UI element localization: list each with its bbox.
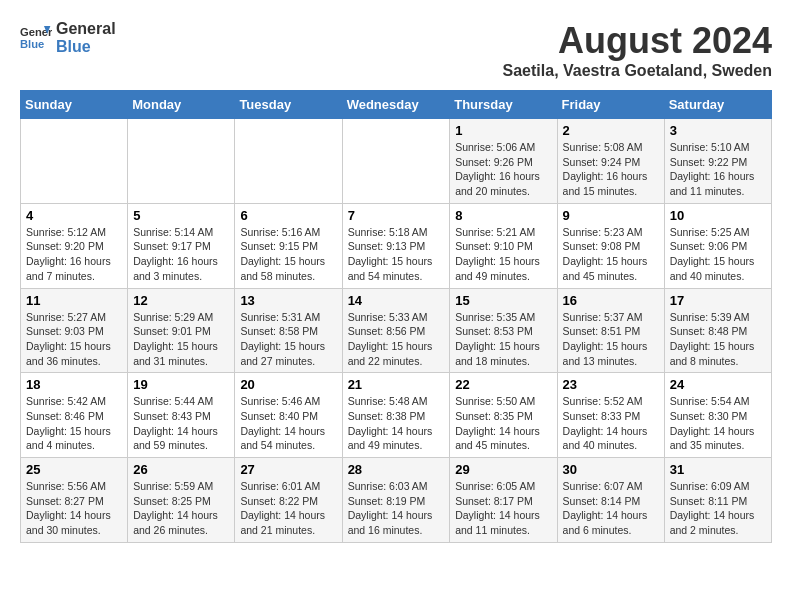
calendar-cell: 14Sunrise: 5:33 AM Sunset: 8:56 PM Dayli… <box>342 288 450 373</box>
day-detail: Sunrise: 5:54 AM Sunset: 8:30 PM Dayligh… <box>670 395 755 451</box>
day-detail: Sunrise: 5:31 AM Sunset: 8:58 PM Dayligh… <box>240 311 325 367</box>
day-detail: Sunrise: 5:21 AM Sunset: 9:10 PM Dayligh… <box>455 226 540 282</box>
calendar-cell: 28Sunrise: 6:03 AM Sunset: 8:19 PM Dayli… <box>342 458 450 543</box>
day-number: 31 <box>670 462 766 477</box>
logo-general: General <box>56 20 116 38</box>
day-detail: Sunrise: 5:33 AM Sunset: 8:56 PM Dayligh… <box>348 311 433 367</box>
day-number: 26 <box>133 462 229 477</box>
day-number: 12 <box>133 293 229 308</box>
day-number: 27 <box>240 462 336 477</box>
header-tuesday: Tuesday <box>235 91 342 119</box>
header-monday: Monday <box>128 91 235 119</box>
header-sunday: Sunday <box>21 91 128 119</box>
calendar-cell: 31Sunrise: 6:09 AM Sunset: 8:11 PM Dayli… <box>664 458 771 543</box>
day-detail: Sunrise: 5:14 AM Sunset: 9:17 PM Dayligh… <box>133 226 218 282</box>
day-detail: Sunrise: 5:52 AM Sunset: 8:33 PM Dayligh… <box>563 395 648 451</box>
day-detail: Sunrise: 5:27 AM Sunset: 9:03 PM Dayligh… <box>26 311 111 367</box>
calendar-cell: 27Sunrise: 6:01 AM Sunset: 8:22 PM Dayli… <box>235 458 342 543</box>
calendar-cell: 26Sunrise: 5:59 AM Sunset: 8:25 PM Dayli… <box>128 458 235 543</box>
calendar-cell <box>342 119 450 204</box>
day-detail: Sunrise: 5:59 AM Sunset: 8:25 PM Dayligh… <box>133 480 218 536</box>
calendar-cell: 9Sunrise: 5:23 AM Sunset: 9:08 PM Daylig… <box>557 203 664 288</box>
calendar-cell: 24Sunrise: 5:54 AM Sunset: 8:30 PM Dayli… <box>664 373 771 458</box>
calendar-week-row: 4Sunrise: 5:12 AM Sunset: 9:20 PM Daylig… <box>21 203 772 288</box>
page-title: August 2024 <box>503 20 772 62</box>
day-detail: Sunrise: 6:07 AM Sunset: 8:14 PM Dayligh… <box>563 480 648 536</box>
day-number: 28 <box>348 462 445 477</box>
calendar-week-row: 1Sunrise: 5:06 AM Sunset: 9:26 PM Daylig… <box>21 119 772 204</box>
header-friday: Friday <box>557 91 664 119</box>
calendar-cell: 21Sunrise: 5:48 AM Sunset: 8:38 PM Dayli… <box>342 373 450 458</box>
day-number: 10 <box>670 208 766 223</box>
calendar-cell: 10Sunrise: 5:25 AM Sunset: 9:06 PM Dayli… <box>664 203 771 288</box>
day-number: 30 <box>563 462 659 477</box>
day-detail: Sunrise: 5:29 AM Sunset: 9:01 PM Dayligh… <box>133 311 218 367</box>
day-number: 21 <box>348 377 445 392</box>
day-detail: Sunrise: 6:09 AM Sunset: 8:11 PM Dayligh… <box>670 480 755 536</box>
header-wednesday: Wednesday <box>342 91 450 119</box>
day-detail: Sunrise: 5:48 AM Sunset: 8:38 PM Dayligh… <box>348 395 433 451</box>
day-detail: Sunrise: 6:05 AM Sunset: 8:17 PM Dayligh… <box>455 480 540 536</box>
calendar-week-row: 11Sunrise: 5:27 AM Sunset: 9:03 PM Dayli… <box>21 288 772 373</box>
svg-text:Blue: Blue <box>20 38 44 50</box>
day-detail: Sunrise: 5:46 AM Sunset: 8:40 PM Dayligh… <box>240 395 325 451</box>
calendar-cell: 18Sunrise: 5:42 AM Sunset: 8:46 PM Dayli… <box>21 373 128 458</box>
logo-icon: General Blue <box>20 22 52 54</box>
calendar-week-row: 18Sunrise: 5:42 AM Sunset: 8:46 PM Dayli… <box>21 373 772 458</box>
calendar-week-row: 25Sunrise: 5:56 AM Sunset: 8:27 PM Dayli… <box>21 458 772 543</box>
day-number: 24 <box>670 377 766 392</box>
calendar-cell: 6Sunrise: 5:16 AM Sunset: 9:15 PM Daylig… <box>235 203 342 288</box>
day-number: 11 <box>26 293 122 308</box>
day-number: 14 <box>348 293 445 308</box>
day-detail: Sunrise: 5:25 AM Sunset: 9:06 PM Dayligh… <box>670 226 755 282</box>
day-number: 18 <box>26 377 122 392</box>
day-detail: Sunrise: 5:16 AM Sunset: 9:15 PM Dayligh… <box>240 226 325 282</box>
header-saturday: Saturday <box>664 91 771 119</box>
calendar-cell: 23Sunrise: 5:52 AM Sunset: 8:33 PM Dayli… <box>557 373 664 458</box>
calendar-cell <box>21 119 128 204</box>
calendar-cell: 12Sunrise: 5:29 AM Sunset: 9:01 PM Dayli… <box>128 288 235 373</box>
day-number: 9 <box>563 208 659 223</box>
day-number: 2 <box>563 123 659 138</box>
calendar-cell: 2Sunrise: 5:08 AM Sunset: 9:24 PM Daylig… <box>557 119 664 204</box>
day-number: 13 <box>240 293 336 308</box>
day-number: 15 <box>455 293 551 308</box>
calendar-cell: 17Sunrise: 5:39 AM Sunset: 8:48 PM Dayli… <box>664 288 771 373</box>
day-detail: Sunrise: 6:01 AM Sunset: 8:22 PM Dayligh… <box>240 480 325 536</box>
day-detail: Sunrise: 5:39 AM Sunset: 8:48 PM Dayligh… <box>670 311 755 367</box>
calendar-cell: 3Sunrise: 5:10 AM Sunset: 9:22 PM Daylig… <box>664 119 771 204</box>
day-number: 8 <box>455 208 551 223</box>
calendar-cell: 7Sunrise: 5:18 AM Sunset: 9:13 PM Daylig… <box>342 203 450 288</box>
title-block: August 2024 Saetila, Vaestra Goetaland, … <box>503 20 772 80</box>
calendar-cell: 5Sunrise: 5:14 AM Sunset: 9:17 PM Daylig… <box>128 203 235 288</box>
day-detail: Sunrise: 5:42 AM Sunset: 8:46 PM Dayligh… <box>26 395 111 451</box>
calendar-cell: 29Sunrise: 6:05 AM Sunset: 8:17 PM Dayli… <box>450 458 557 543</box>
day-number: 20 <box>240 377 336 392</box>
day-number: 3 <box>670 123 766 138</box>
logo: General Blue General Blue <box>20 20 116 56</box>
calendar-cell: 16Sunrise: 5:37 AM Sunset: 8:51 PM Dayli… <box>557 288 664 373</box>
day-detail: Sunrise: 5:35 AM Sunset: 8:53 PM Dayligh… <box>455 311 540 367</box>
logo-blue: Blue <box>56 38 116 56</box>
page-subtitle: Saetila, Vaestra Goetaland, Sweden <box>503 62 772 80</box>
day-detail: Sunrise: 5:18 AM Sunset: 9:13 PM Dayligh… <box>348 226 433 282</box>
calendar-table: SundayMondayTuesdayWednesdayThursdayFrid… <box>20 90 772 543</box>
day-detail: Sunrise: 5:56 AM Sunset: 8:27 PM Dayligh… <box>26 480 111 536</box>
day-detail: Sunrise: 5:06 AM Sunset: 9:26 PM Dayligh… <box>455 141 540 197</box>
calendar-cell: 19Sunrise: 5:44 AM Sunset: 8:43 PM Dayli… <box>128 373 235 458</box>
day-detail: Sunrise: 6:03 AM Sunset: 8:19 PM Dayligh… <box>348 480 433 536</box>
calendar-cell: 22Sunrise: 5:50 AM Sunset: 8:35 PM Dayli… <box>450 373 557 458</box>
calendar-cell: 20Sunrise: 5:46 AM Sunset: 8:40 PM Dayli… <box>235 373 342 458</box>
header-thursday: Thursday <box>450 91 557 119</box>
day-detail: Sunrise: 5:12 AM Sunset: 9:20 PM Dayligh… <box>26 226 111 282</box>
day-detail: Sunrise: 5:50 AM Sunset: 8:35 PM Dayligh… <box>455 395 540 451</box>
calendar-cell: 11Sunrise: 5:27 AM Sunset: 9:03 PM Dayli… <box>21 288 128 373</box>
day-detail: Sunrise: 5:08 AM Sunset: 9:24 PM Dayligh… <box>563 141 648 197</box>
day-number: 5 <box>133 208 229 223</box>
day-number: 4 <box>26 208 122 223</box>
day-number: 1 <box>455 123 551 138</box>
calendar-cell: 13Sunrise: 5:31 AM Sunset: 8:58 PM Dayli… <box>235 288 342 373</box>
day-number: 23 <box>563 377 659 392</box>
day-number: 25 <box>26 462 122 477</box>
day-detail: Sunrise: 5:23 AM Sunset: 9:08 PM Dayligh… <box>563 226 648 282</box>
